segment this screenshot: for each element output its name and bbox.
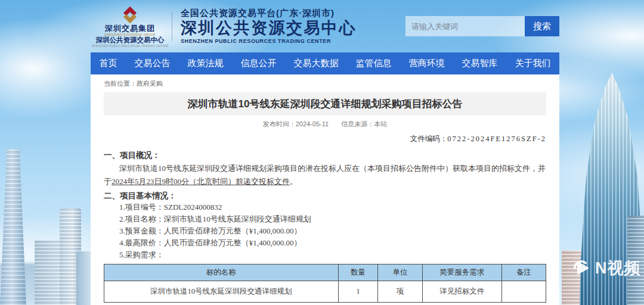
cell-unit: 项: [378, 281, 422, 303]
col-header-subject-name: 标的名称: [104, 264, 339, 281]
cell-service-requirements: 详见招标文件: [422, 281, 501, 303]
nav-item-policies[interactable]: 政策法规: [188, 58, 224, 69]
col-header-remarks: 备注: [501, 264, 546, 281]
file-code-line: 文件编码：0722-2024FE1276SZF-2: [104, 134, 546, 144]
n-video-watermark-label: N视频: [595, 257, 641, 279]
col-header-service-requirements: 简要服务需求: [422, 264, 501, 281]
n-video-watermark: N视频: [571, 257, 641, 279]
content-panel: 当前位置：政府采购 深圳市轨道10号线东延深圳段交通详细规划采购项目招标公告 发…: [91, 74, 559, 305]
article-meta: 发布时间：2024-05-11 信息来源：本站: [104, 120, 546, 129]
site-name: 深圳公共资源交易中心: [181, 18, 357, 38]
nav-item-about-us[interactable]: 关于我们: [515, 58, 551, 69]
deadline-underlined-text: 2024年5月23日9时00分（北京时间）前递交投标文件: [112, 177, 290, 186]
exchange-group-logo-icon: [120, 6, 140, 24]
site-header: 深圳交易集团 SHENZHEN EXCHANGE GROUP 深圳公共资源交易中…: [91, 0, 559, 52]
nav-item-big-data[interactable]: 交易大数据: [294, 58, 339, 69]
platform-title: 全国公共资源交易平台(广东·深圳市): [181, 8, 357, 18]
file-code-value: 0722-2024FE1276SZF-2: [447, 135, 546, 143]
logo-center-name: 深圳公共资源交易中心: [91, 36, 169, 44]
article-item-project-number: 1.项目编号：SZDL2024000832: [104, 201, 546, 213]
cell-remarks: [501, 281, 546, 303]
section-1-paragraph: 深圳市轨道10号线东延深圳段交通详细规划采购项目的潜在投标人应在（本项目招标公告…: [104, 162, 546, 188]
nav-item-business-environment[interactable]: 营商环境: [409, 58, 445, 69]
main-nav: 首页 交易公告 政策法规 信息公开 交易大数据 监管信息 营商环境 交易智库 关…: [91, 52, 559, 74]
site-title-block: 全国公共资源交易平台(广东·深圳市) 深圳公共资源交易中心 SHENZHEN P…: [181, 8, 357, 44]
nav-item-information-disclosure[interactable]: 信息公开: [241, 58, 277, 69]
exchange-group-logo: 深圳交易集团 SHENZHEN EXCHANGE GROUP 深圳公共资源交易中…: [91, 5, 169, 48]
nav-item-supervision[interactable]: 监管信息: [356, 58, 392, 69]
nav-item-think-tank[interactable]: 交易智库: [462, 58, 498, 69]
search-button[interactable]: 搜索: [525, 16, 559, 36]
table-header-row: 标的名称 数量 单位 简要服务需求 备注: [104, 264, 546, 281]
article-item-max-price: 4.最高限价：人民币壹佰肆拾万元整（¥1,400,000.00）: [104, 237, 546, 249]
table-row: 深圳市轨道10号线东延深圳段交通详细规划 1 项 详见招标文件: [104, 281, 546, 303]
section-1-heading: 一、项目概况：: [104, 150, 546, 161]
nav-item-trade-announcements[interactable]: 交易公告: [135, 58, 171, 69]
procurement-table: 标的名称 数量 单位 简要服务需求 备注 深圳市轨道10号线东延深圳段交通详细规…: [104, 264, 546, 303]
section-2-heading: 二、项目基本情况：: [104, 190, 546, 201]
col-header-unit: 单位: [378, 264, 422, 281]
header-divider: [172, 11, 172, 41]
city-building: [35, 241, 62, 305]
info-source: 信息来源：本站: [341, 120, 387, 127]
search-input[interactable]: [405, 16, 525, 36]
publish-date: 发布时间：2024-05-11: [263, 120, 329, 127]
article-title: 深圳市轨道10号线东延深圳段交通详细规划采购项目招标公告: [104, 92, 546, 116]
cell-quantity: 1: [338, 281, 378, 303]
file-code-label: 文件编码：: [410, 135, 448, 143]
article-item-budget: 3.预算金额：人民币壹佰肆拾万元整（¥1,400,000.00）: [104, 225, 546, 237]
cell-subject-name: 深圳市轨道10号线东延深圳段交通详细规划: [104, 281, 339, 303]
article: 深圳市轨道10号线东延深圳段交通详细规划采购项目招标公告 发布时间：2024-0…: [91, 92, 559, 305]
col-header-quantity: 数量: [338, 264, 378, 281]
search-area: 搜索: [405, 16, 559, 36]
section-1-text-end: 。: [290, 177, 298, 186]
logo-center-name-en: SHENZHEN PUBLIC RESOURCES TRADING CENTER: [91, 45, 169, 48]
logo-group-name: 深圳交易集团: [91, 24, 169, 33]
breadcrumb: 当前位置：政府采购: [91, 74, 559, 92]
nav-item-home[interactable]: 首页: [100, 58, 117, 69]
n-video-play-icon: [571, 258, 592, 278]
article-item-project-name: 2.项目名称：深圳市轨道10号线东延深圳段交通详细规划: [104, 213, 546, 225]
city-building: [76, 251, 91, 305]
site-name-en: SHENZHEN PUBLIC RESOURCES TRADING CENTER: [181, 38, 357, 45]
article-item-procurement-demand: 5.采购需求：: [104, 249, 546, 261]
